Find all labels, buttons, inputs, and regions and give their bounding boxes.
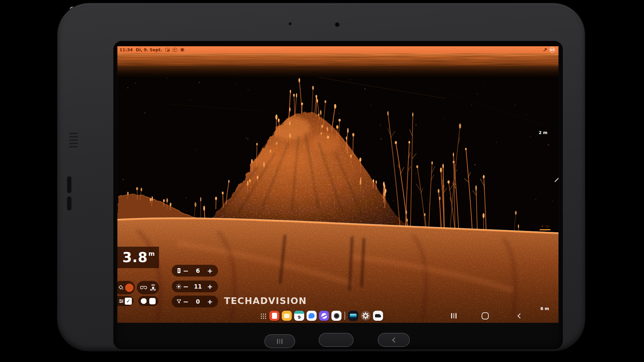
tune-sliders-icon xyxy=(119,299,123,303)
taskbar-separator xyxy=(344,312,345,320)
noise-filter-value: 0 xyxy=(190,298,206,305)
recents-key[interactable] xyxy=(264,334,295,348)
taskbar-app-messages-icon[interactable] xyxy=(307,311,317,321)
beam-range-value: 6 xyxy=(190,267,206,274)
palette-swatch[interactable] xyxy=(124,283,134,293)
taskbar-app-internet-icon[interactable] xyxy=(319,311,329,321)
screen-record-icon xyxy=(173,48,177,52)
checkbox-checked-icon[interactable]: ✓ xyxy=(125,298,132,305)
goggles-icon xyxy=(140,286,147,290)
depth-marker-4m: 4 m xyxy=(540,224,550,230)
sensitivity-plus-button[interactable]: + xyxy=(206,283,214,290)
grip-ridge xyxy=(69,139,78,141)
noise-filter-control: − 0 + xyxy=(172,296,218,307)
taskbar-app-files-icon[interactable] xyxy=(282,311,292,321)
beam-icon xyxy=(177,268,180,273)
grip-ridge xyxy=(69,133,78,134)
back-key[interactable] xyxy=(378,333,410,347)
transducer-pill[interactable]: BTD xyxy=(137,281,159,294)
grip-ridge xyxy=(69,143,78,144)
display: 11:34 Di, 9. Sept. 65 3.8m xyxy=(117,42,558,323)
depth-marker-2m: 2 m xyxy=(539,130,547,135)
volume-button[interactable] xyxy=(67,196,71,210)
sensitivity-minus-button[interactable]: − xyxy=(182,283,190,290)
sensitivity-control: − 11 + xyxy=(172,281,218,292)
beam-range-plus-button[interactable]: + xyxy=(206,267,214,274)
fill-color-icon xyxy=(118,285,123,290)
depth-readout: 3.8m xyxy=(117,247,159,268)
watermark: TECHADVISION xyxy=(224,296,307,306)
clock: 11:34 xyxy=(119,47,133,52)
taskbar-app-sonar-recent-icon[interactable] xyxy=(348,311,358,321)
front-camera-icon xyxy=(288,22,292,25)
beam-range-minus-button[interactable]: − xyxy=(182,267,190,274)
android-status-bar: 11:34 Di, 9. Sept. 65 xyxy=(117,46,558,53)
nav-home-button[interactable] xyxy=(482,312,489,319)
app-drawer-icon[interactable] xyxy=(260,313,266,319)
recents-key-icon xyxy=(277,339,282,344)
nav-recents-button[interactable] xyxy=(450,312,458,319)
android-taskbar: 9 xyxy=(260,310,383,321)
taskbar-app-camera-icon[interactable] xyxy=(331,311,341,321)
taskbar-app-settings-icon[interactable] xyxy=(361,311,371,321)
nav-back-button[interactable] xyxy=(516,312,523,319)
sensitivity-value: 11 xyxy=(190,283,206,290)
grip-ridge xyxy=(69,136,78,137)
signal-arrow-icon xyxy=(543,48,547,52)
shape-mode-pill[interactable] xyxy=(138,296,158,306)
home-key[interactable] xyxy=(319,333,354,347)
taskbar-app-notes-icon[interactable] xyxy=(269,311,279,321)
noise-filter-plus-button[interactable]: + xyxy=(206,298,214,305)
power-button[interactable] xyxy=(67,176,71,193)
pip-window-icon xyxy=(165,48,170,52)
taskbar-app-calendar-icon[interactable]: 9 xyxy=(294,311,304,321)
brightness-icon xyxy=(176,284,182,289)
battery-badge: 65 xyxy=(549,47,555,53)
settings-toggle-pill[interactable]: ✓ xyxy=(117,296,133,306)
shape-octagon-icon[interactable] xyxy=(141,298,147,304)
color-palette-pill[interactable] xyxy=(117,281,135,294)
taskbar-app-vehicle-icon[interactable] xyxy=(373,311,383,321)
date: Di, 9. Sept. xyxy=(136,47,162,52)
filter-icon xyxy=(176,299,182,304)
beam-range-control: − 6 + xyxy=(172,265,218,277)
grip-ridge xyxy=(69,146,78,147)
back-key-icon xyxy=(392,337,397,343)
depth-marker-6m: 6 m xyxy=(540,306,549,311)
transducer-label: BTD xyxy=(150,289,156,291)
gear-icon xyxy=(180,48,184,52)
front-camera-lens xyxy=(335,22,340,27)
noise-filter-minus-button[interactable]: − xyxy=(182,298,190,305)
shape-square-icon[interactable] xyxy=(149,298,156,304)
